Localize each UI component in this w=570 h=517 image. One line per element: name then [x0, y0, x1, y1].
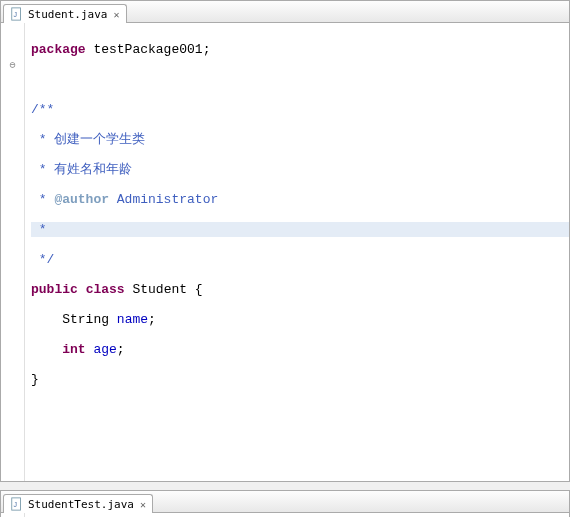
javadoc-tag: @author — [54, 192, 109, 207]
text: Student { — [125, 282, 203, 297]
blank-line — [31, 72, 569, 87]
text: testPackage001; — [86, 42, 211, 57]
text: ; — [148, 312, 156, 327]
javadoc: 创建一个学生类 — [54, 132, 145, 147]
javadoc: * — [31, 222, 47, 237]
tab-studenttest-java[interactable]: J StudentTest.java ✕ — [3, 494, 153, 513]
gutter: ⊖ ! — [1, 513, 25, 517]
keyword: class — [86, 282, 125, 297]
code-editor-1[interactable]: ⊖ package testPackage001; /** * 创建一个学生类 … — [1, 23, 569, 481]
java-file-icon: J — [10, 497, 24, 511]
tab-student-java[interactable]: J Student.java ✕ — [3, 4, 127, 23]
javadoc: 有姓名和年龄 — [54, 162, 132, 177]
close-icon[interactable]: ✕ — [140, 499, 146, 510]
code-editor-2[interactable]: ⊖ ! package testPackage001; public class… — [1, 513, 569, 517]
fold-toggle-icon[interactable]: ⊖ — [9, 59, 15, 70]
text: String — [31, 312, 117, 327]
editor-pane-student: J Student.java ✕ ⊖ package testPackage00… — [0, 0, 570, 482]
field: age — [86, 342, 117, 357]
editor-pane-studenttest: J StudentTest.java ✕ ⊖ ! package testPac… — [0, 490, 570, 517]
tab-bar: J Student.java ✕ — [1, 1, 569, 23]
field: name — [117, 312, 148, 327]
javadoc: /** — [31, 102, 54, 117]
keyword: int — [31, 342, 86, 357]
svg-text:J: J — [14, 501, 18, 508]
code-area[interactable]: package testPackage001; public class Stu… — [25, 513, 569, 517]
text: ; — [117, 342, 125, 357]
text: } — [31, 372, 569, 387]
javadoc: */ — [31, 252, 54, 267]
close-icon[interactable]: ✕ — [113, 9, 119, 20]
keyword: public — [31, 282, 78, 297]
javadoc: Administrator — [109, 192, 218, 207]
keyword: package — [31, 42, 86, 57]
java-file-icon: J — [10, 7, 24, 21]
tab-title: Student.java — [28, 8, 107, 21]
javadoc: * — [31, 192, 54, 207]
javadoc: * — [31, 132, 54, 147]
tab-bar: J StudentTest.java ✕ — [1, 491, 569, 513]
tab-title: StudentTest.java — [28, 498, 134, 511]
javadoc: * — [31, 162, 54, 177]
gutter: ⊖ — [1, 23, 25, 481]
code-area[interactable]: package testPackage001; /** * 创建一个学生类 * … — [25, 23, 569, 481]
svg-text:J: J — [14, 11, 18, 18]
